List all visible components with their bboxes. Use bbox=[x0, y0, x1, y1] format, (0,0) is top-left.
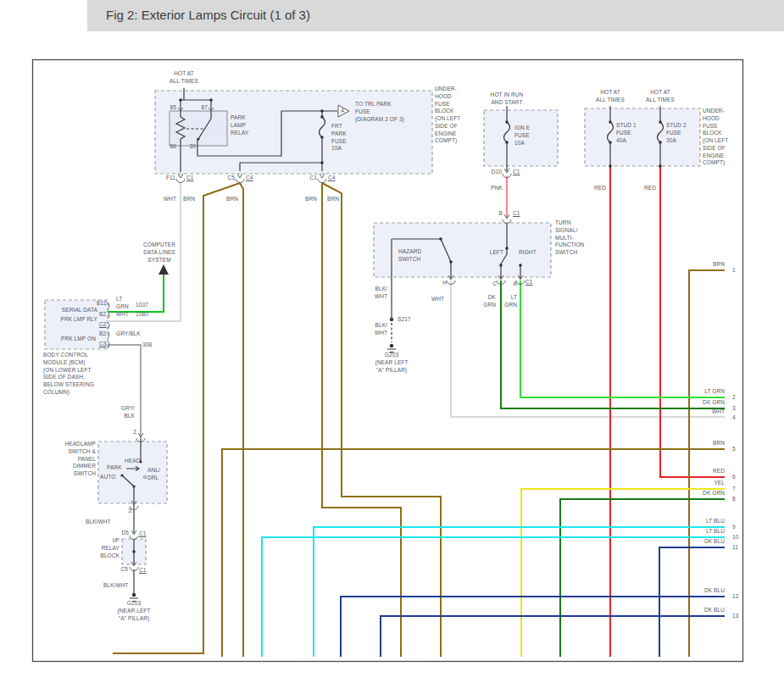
label-near-left-a: (NEAR LEFT "A" PILLAR) bbox=[118, 608, 151, 623]
label-hot-at-all-times-2: HOT AT ALL TIMES bbox=[596, 89, 625, 104]
label-blk-wht-stack-1: BLK/ WHT bbox=[375, 286, 387, 301]
label-c1-f: C1 bbox=[513, 210, 520, 218]
right-wire-num-7: 7 bbox=[732, 486, 736, 493]
label-brn-2: BRN bbox=[226, 196, 238, 203]
label-1080: 1080 bbox=[136, 311, 148, 319]
label-to-trl-park-fuse: TO TRL PARK FUSE (DIAGRAM 2 OF 3) bbox=[355, 101, 404, 123]
label-red-2: RED bbox=[644, 185, 656, 192]
label-pin85: 85 bbox=[170, 104, 176, 112]
label-wht-1: WHT bbox=[164, 196, 176, 203]
label-pnk: PNK bbox=[491, 185, 503, 192]
label-serial-data: SERIAL DATA bbox=[62, 307, 97, 314]
label-brn-3: BRN bbox=[305, 196, 317, 203]
right-wire-color-13: DK BLU bbox=[704, 607, 725, 614]
label-turn-signal-switch: TURN SIGNAL/ MULTI- FUNCTION SWITCH bbox=[555, 219, 584, 257]
right-wire-color-4: WHT bbox=[712, 408, 725, 416]
right-wire-color-5: BRN bbox=[713, 440, 725, 447]
right-wire-color-8: DK GRN bbox=[703, 490, 725, 497]
label-brn-1: BRN bbox=[183, 196, 195, 203]
label-dk-grn-stack: DK GRN bbox=[483, 294, 496, 309]
label-auto: AUTO bbox=[100, 474, 115, 481]
label-c4-b: C4 bbox=[328, 175, 336, 182]
label-c1-b: C1 bbox=[309, 175, 317, 182]
label-underhood-2: UNDER- HOOD FUSE BLOCK (ON LEFT SIDE OF … bbox=[703, 108, 728, 167]
label-d5: D5 bbox=[121, 530, 129, 537]
label-park-lamp-relay: PARK LAMP RELAY bbox=[231, 114, 248, 136]
label-wht-2: WHT bbox=[116, 311, 129, 319]
right-wire-num-8: 8 bbox=[732, 496, 736, 503]
label-pin87: 87 bbox=[202, 104, 208, 112]
right-wire-color-2: LT GRN bbox=[704, 388, 725, 396]
right-wire-num-4: 4 bbox=[732, 414, 736, 422]
label-c4-a: C4 bbox=[246, 175, 253, 182]
label-blk-wht-2: BLK/WHT bbox=[103, 582, 129, 590]
label-pin30: 30 bbox=[190, 143, 196, 151]
label-hot-at-all-times-1: HOT AT ALL TIMES bbox=[170, 70, 198, 86]
label-stud2-fuse: STUD 2 FUSE 30A bbox=[666, 122, 687, 144]
label-underhood-1: UNDER- HOOD FUSE BLOCK (ON LEFT SIDE OF … bbox=[435, 86, 460, 145]
label-red-1: RED bbox=[594, 185, 606, 192]
right-wire-num-1: 1 bbox=[732, 267, 736, 275]
label-b12: B12 bbox=[97, 300, 107, 308]
right-wire-color-7: YEL bbox=[714, 480, 725, 487]
label-gry-blk-stack: GRY/ BLK bbox=[121, 405, 135, 420]
right-wire-color-12: DK BLU bbox=[704, 587, 725, 595]
label-computer-data-lines: COMPUTER DATA LINES SYSTEM bbox=[143, 242, 175, 264]
label-a: A bbox=[514, 280, 517, 288]
label-c1-d: C1 bbox=[139, 530, 147, 538]
label-c1-e: C1 bbox=[139, 567, 147, 575]
wiring-diagram-page: Fig 2: Exterior Lamps Circuit (1 of 3) bbox=[0, 0, 784, 683]
label-c2: C2 bbox=[99, 321, 107, 329]
right-wire-color-9: LT BLU bbox=[706, 518, 725, 525]
right-wire-num-6: 6 bbox=[732, 474, 736, 481]
label-blk-wht-1: BLK/WHT bbox=[86, 519, 111, 526]
label-frt-park-fuse: FRT PARK FUSE 10A bbox=[331, 123, 347, 153]
label-anl-drl: ANL/ DRL bbox=[147, 467, 160, 482]
label-near-left-b: (NEAR LEFT "A" PILLAR) bbox=[375, 359, 409, 375]
right-wire-color-6: RED bbox=[713, 468, 725, 475]
label-park: PARK bbox=[107, 464, 122, 472]
label-pin-3: 3 bbox=[128, 508, 131, 515]
label-1037: 1037 bbox=[136, 302, 148, 309]
label-wht-3: WHT bbox=[431, 296, 444, 303]
label-d10: D10 bbox=[492, 169, 502, 176]
label-b2-a: B2 bbox=[99, 311, 106, 319]
label-g203-b: G203 bbox=[385, 352, 398, 359]
label-f11: F11 bbox=[166, 175, 175, 182]
right-wire-num-12: 12 bbox=[732, 593, 738, 601]
label-ign-e-fuse: IGN E FUSE 10A bbox=[514, 125, 530, 147]
label-left: LEFT bbox=[490, 249, 503, 257]
right-wire-num-3: 3 bbox=[732, 405, 736, 413]
label-h: H bbox=[442, 280, 447, 287]
label-prk-lmp-on: PRK LMP ON bbox=[61, 336, 96, 343]
label-lt-grn-stack-2: LT GRN bbox=[504, 294, 517, 309]
label-c1-g: C1 bbox=[525, 279, 533, 286]
right-wire-num-2: 2 bbox=[732, 394, 736, 402]
label-triangle-a: A bbox=[341, 108, 344, 115]
right-wire-color-10: LT BLU bbox=[706, 528, 725, 536]
right-wire-num-9: 9 bbox=[732, 524, 736, 531]
label-c: C bbox=[492, 280, 497, 288]
label-head: HEAD bbox=[125, 458, 140, 465]
right-wire-color-1: BRN bbox=[713, 261, 725, 269]
label-right: RIGHT bbox=[519, 249, 537, 257]
label-g203-a: G203 bbox=[127, 600, 141, 608]
label-c1-relay: C1 bbox=[186, 175, 194, 182]
label-c5-b: C5 bbox=[120, 566, 128, 574]
label-b: B bbox=[499, 210, 503, 218]
label-hot-at-all-times-3: HOT AT ALL TIMES bbox=[646, 89, 675, 104]
label-308: 308 bbox=[142, 342, 152, 349]
label-lt-grn-stack: LT GRN bbox=[116, 296, 129, 311]
label-prk-lmp-rly: PRK LMP RLY bbox=[61, 316, 98, 324]
label-c1-c: C1 bbox=[513, 169, 520, 176]
label-hot-in-run: HOT IN RUN AND START bbox=[491, 92, 524, 107]
label-pin86: 86 bbox=[170, 143, 176, 151]
label-bcm-location: BODY CONTROL MODULE (BCM) (ON LOWER LEFT… bbox=[43, 352, 94, 397]
label-gry-blk: GRY/BLK bbox=[116, 330, 141, 338]
label-pin-2: 2 bbox=[133, 429, 136, 436]
label-c3: C3 bbox=[99, 341, 107, 348]
label-b2-b: B2 bbox=[99, 330, 106, 338]
label-c5: C5 bbox=[227, 175, 235, 182]
label-hazard-switch: HAZARD SWITCH bbox=[398, 248, 421, 264]
right-wire-num-11: 11 bbox=[732, 544, 738, 552]
